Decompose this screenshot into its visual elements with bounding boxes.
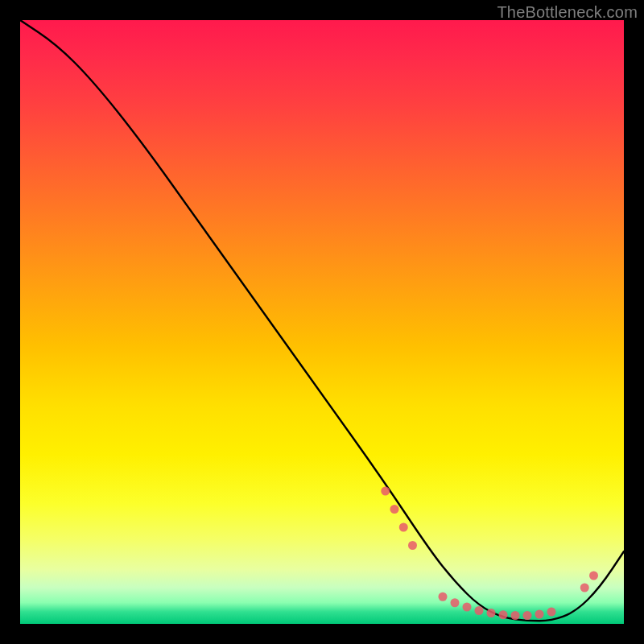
data-point-marker: [511, 611, 520, 620]
data-point-marker: [535, 610, 544, 619]
data-point-markers: [381, 487, 598, 621]
gradient-plot-area: [20, 20, 624, 624]
data-point-marker: [451, 598, 460, 607]
data-point-marker: [439, 592, 448, 601]
chart-frame: TheBottleneck.com: [0, 0, 644, 644]
data-point-marker: [487, 609, 496, 617]
data-point-marker: [589, 572, 598, 580]
bottleneck-curve-path: [20, 20, 624, 621]
data-point-marker: [399, 523, 408, 532]
data-point-marker: [580, 584, 589, 592]
data-point-marker: [499, 610, 508, 619]
data-point-marker: [390, 505, 399, 514]
watermark-text: TheBottleneck.com: [497, 3, 638, 22]
data-point-marker: [408, 541, 417, 550]
data-point-marker: [523, 611, 532, 620]
data-point-marker: [463, 603, 472, 612]
data-point-marker: [475, 606, 484, 615]
data-point-marker: [381, 487, 390, 496]
data-point-marker: [547, 608, 556, 617]
bottleneck-curve-svg: [20, 20, 624, 624]
